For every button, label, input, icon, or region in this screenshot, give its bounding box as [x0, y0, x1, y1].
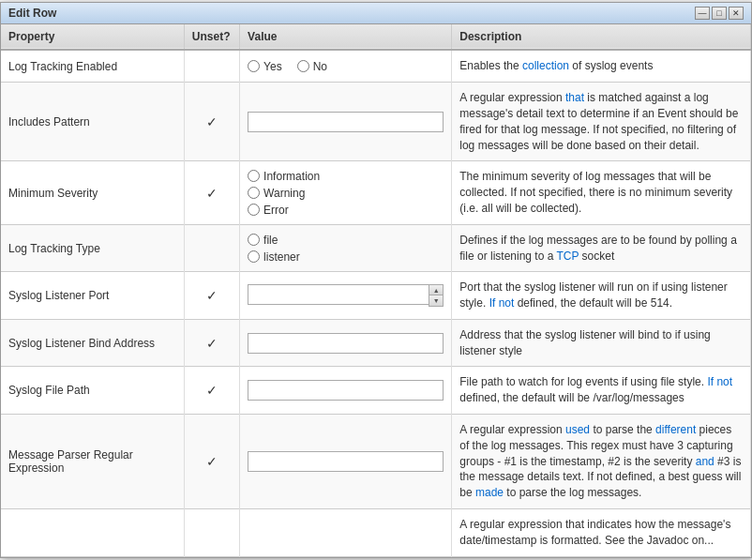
unset-cell: ✓ — [184, 161, 239, 224]
window-controls: — □ ✕ — [695, 7, 744, 20]
unset-checkmark: ✓ — [206, 288, 218, 303]
table-row: Minimum Severity ✓ Information — [1, 161, 751, 224]
unset-cell: ✓ — [184, 272, 239, 320]
unset-checkmark: ✓ — [206, 336, 218, 351]
description-cell: File path to watch for log events if usi… — [452, 367, 751, 415]
no-radio[interactable] — [297, 60, 309, 72]
table-container: Property Unset? Value Description Log Tr… — [1, 24, 751, 556]
listener-radio-label[interactable]: listener — [248, 250, 444, 264]
listener-radio[interactable] — [248, 250, 260, 263]
spinner-buttons: ▲ ▼ — [429, 284, 444, 307]
warning-radio[interactable] — [248, 187, 260, 199]
bind-address-input[interactable] — [248, 333, 444, 354]
window-title: Edit Row — [8, 7, 56, 20]
yes-radio-label[interactable]: Yes — [248, 60, 282, 73]
value-cell — [240, 319, 452, 367]
unset-checkmark: ✓ — [206, 114, 218, 129]
table-row: Syslog Listener Bind Address ✓ Address t… — [1, 319, 751, 367]
value-cell: ▲ ▼ — [240, 272, 452, 320]
header-description: Description — [452, 24, 751, 50]
description-cell: Defines if the log messages are to be fo… — [452, 224, 751, 272]
unset-cell: ✓ — [184, 415, 239, 509]
description-cell: Enables the collection of syslog events — [452, 50, 751, 82]
property-label: Log Tracking Enabled — [1, 50, 184, 82]
close-button[interactable]: ✕ — [729, 7, 744, 20]
table-row: Syslog Listener Port ✓ ▲ ▼ — [1, 272, 751, 320]
unset-cell — [184, 50, 239, 82]
file-radio-label[interactable]: file — [248, 234, 444, 247]
tracking-type-radio-group: file listener — [248, 234, 444, 264]
unset-cell: ✓ — [184, 319, 239, 367]
value-cell: Information Warning Error — [240, 161, 452, 224]
unset-checkmark: ✓ — [206, 186, 218, 201]
severity-radio-group: Information Warning Error — [248, 170, 444, 217]
port-input[interactable] — [248, 284, 429, 305]
header-value: Value — [240, 24, 452, 50]
parser-regex-input[interactable] — [248, 451, 444, 472]
description-cell: A regular expression that is matched aga… — [452, 83, 751, 161]
information-radio[interactable] — [248, 170, 260, 182]
unset-checkmark: ✓ — [206, 454, 218, 469]
unset-cell: ✓ — [184, 367, 239, 415]
header-unset: Unset? — [184, 24, 239, 50]
value-cell — [240, 83, 452, 161]
spinner-up[interactable]: ▲ — [429, 285, 443, 295]
property-label: Minimum Severity — [1, 161, 184, 224]
table-row: Log Tracking Enabled Yes No — [1, 50, 751, 82]
no-radio-label[interactable]: No — [297, 60, 327, 73]
table-row: Includes Pattern ✓ A regular expression … — [1, 83, 751, 161]
unset-checkmark: ✓ — [206, 383, 218, 398]
yes-no-radio-group: Yes No — [248, 60, 444, 73]
port-spinner: ▲ ▼ — [248, 284, 444, 307]
minimize-button[interactable]: — — [695, 7, 710, 20]
unset-cell: ✓ — [184, 83, 239, 161]
table-row: Syslog File Path ✓ File path to watch fo… — [1, 367, 751, 415]
description-cell: The minimum severity of log messages tha… — [452, 161, 751, 224]
title-bar: Edit Row — □ ✕ — [1, 3, 751, 24]
property-label: Syslog Listener Port — [1, 272, 184, 320]
description-cell: A regular expression used to parse the d… — [452, 415, 751, 509]
unset-cell — [184, 224, 239, 272]
property-label: Syslog File Path — [1, 367, 184, 415]
description-cell: Port that the syslog listener will run o… — [452, 272, 751, 320]
information-radio-label[interactable]: Information — [248, 170, 444, 183]
maximize-button[interactable]: □ — [712, 7, 727, 20]
error-radio[interactable] — [248, 204, 260, 216]
table-row: Log Tracking Type file listener — [1, 224, 751, 272]
includes-pattern-input[interactable] — [248, 112, 444, 132]
table-row: Message Parser Regular Expression ✓ A re… — [1, 415, 751, 509]
value-cell: Yes No — [240, 50, 452, 82]
properties-table: Property Unset? Value Description Log Tr… — [1, 24, 751, 556]
value-cell: file listener — [240, 224, 452, 272]
header-property: Property — [1, 24, 184, 50]
value-cell — [240, 415, 452, 509]
property-label: Message Parser Regular Expression — [1, 415, 184, 509]
value-cell — [240, 367, 452, 415]
spinner-down[interactable]: ▼ — [429, 295, 443, 306]
property-label: Includes Pattern — [1, 83, 184, 161]
description-cell: A regular expression that indicates how … — [452, 509, 751, 557]
file-path-input[interactable] — [248, 380, 444, 401]
file-radio[interactable] — [248, 234, 260, 246]
warning-radio-label[interactable]: Warning — [248, 187, 444, 200]
description-cell: Address that the syslog listener will bi… — [452, 319, 751, 367]
property-label — [1, 509, 184, 557]
value-cell — [240, 509, 452, 557]
unset-cell — [184, 509, 239, 557]
property-label: Log Tracking Type — [1, 224, 184, 272]
error-radio-label[interactable]: Error — [248, 204, 444, 217]
edit-row-window: Edit Row — □ ✕ Property Unset? Value Des… — [0, 2, 752, 557]
yes-radio[interactable] — [248, 60, 260, 72]
property-label: Syslog Listener Bind Address — [1, 319, 184, 367]
table-row: A regular expression that indicates how … — [1, 509, 751, 557]
